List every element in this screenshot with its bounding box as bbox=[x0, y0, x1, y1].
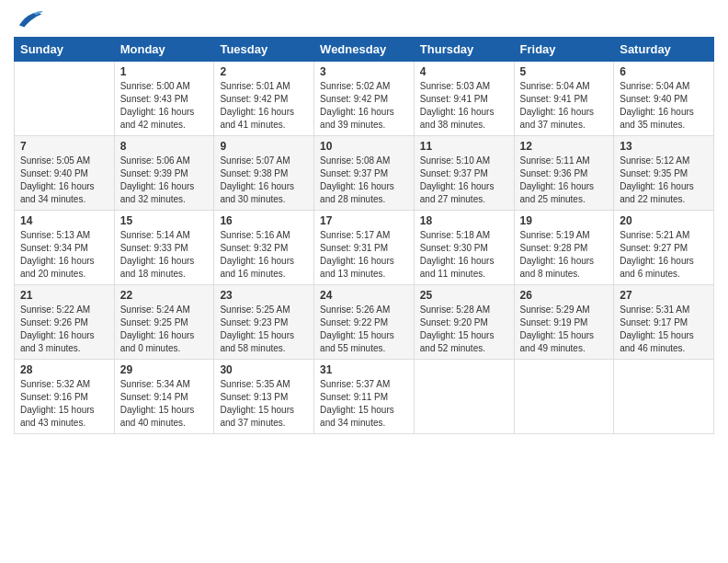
logo-bird-icon bbox=[17, 9, 43, 29]
day-number: 26 bbox=[520, 289, 609, 302]
day-info: Sunrise: 5:21 AM Sunset: 9:27 PM Dayligh… bbox=[620, 229, 708, 281]
day-number: 31 bbox=[320, 363, 408, 376]
calendar-cell: 25Sunrise: 5:28 AM Sunset: 9:20 PM Dayli… bbox=[414, 285, 514, 360]
day-info: Sunrise: 5:10 AM Sunset: 9:37 PM Dayligh… bbox=[420, 155, 508, 206]
week-row-1: 7Sunrise: 5:05 AM Sunset: 9:40 PM Daylig… bbox=[15, 136, 714, 211]
calendar-cell: 6Sunrise: 5:04 AM Sunset: 9:40 PM Daylig… bbox=[614, 62, 714, 136]
day-number: 23 bbox=[220, 289, 308, 302]
day-info: Sunrise: 5:14 AM Sunset: 9:33 PM Dayligh… bbox=[120, 229, 209, 281]
calendar-cell: 3Sunrise: 5:02 AM Sunset: 9:42 PM Daylig… bbox=[314, 62, 415, 136]
week-row-2: 14Sunrise: 5:13 AM Sunset: 9:34 PM Dayli… bbox=[15, 211, 714, 285]
day-number: 2 bbox=[220, 65, 308, 78]
weekday-header-monday: Monday bbox=[114, 38, 214, 62]
day-info: Sunrise: 5:08 AM Sunset: 9:37 PM Dayligh… bbox=[320, 155, 408, 206]
calendar-cell bbox=[15, 62, 115, 136]
day-number: 15 bbox=[120, 214, 209, 227]
calendar-cell: 18Sunrise: 5:18 AM Sunset: 9:30 PM Dayli… bbox=[414, 211, 514, 285]
day-number: 27 bbox=[620, 289, 708, 302]
day-info: Sunrise: 5:13 AM Sunset: 9:34 PM Dayligh… bbox=[20, 229, 108, 281]
day-info: Sunrise: 5:12 AM Sunset: 9:35 PM Dayligh… bbox=[620, 155, 708, 206]
day-info: Sunrise: 5:26 AM Sunset: 9:22 PM Dayligh… bbox=[320, 304, 408, 355]
calendar-cell: 17Sunrise: 5:17 AM Sunset: 9:31 PM Dayli… bbox=[314, 211, 415, 285]
week-row-4: 28Sunrise: 5:32 AM Sunset: 9:16 PM Dayli… bbox=[15, 360, 714, 434]
day-info: Sunrise: 5:00 AM Sunset: 9:43 PM Dayligh… bbox=[120, 80, 209, 132]
calendar-cell bbox=[614, 360, 714, 434]
weekday-header-sunday: Sunday bbox=[15, 38, 115, 62]
day-info: Sunrise: 5:35 AM Sunset: 9:13 PM Dayligh… bbox=[220, 378, 308, 430]
weekday-header-saturday: Saturday bbox=[614, 38, 714, 62]
day-number: 7 bbox=[20, 140, 108, 153]
logo bbox=[14, 9, 45, 29]
day-info: Sunrise: 5:34 AM Sunset: 9:14 PM Dayligh… bbox=[120, 378, 209, 430]
day-info: Sunrise: 5:25 AM Sunset: 9:23 PM Dayligh… bbox=[220, 304, 308, 355]
calendar-cell: 11Sunrise: 5:10 AM Sunset: 9:37 PM Dayli… bbox=[414, 136, 514, 211]
day-info: Sunrise: 5:05 AM Sunset: 9:40 PM Dayligh… bbox=[20, 155, 108, 206]
week-row-3: 21Sunrise: 5:22 AM Sunset: 9:26 PM Dayli… bbox=[15, 285, 714, 360]
weekday-header-wednesday: Wednesday bbox=[314, 38, 415, 62]
day-info: Sunrise: 5:16 AM Sunset: 9:32 PM Dayligh… bbox=[220, 229, 308, 281]
calendar-cell: 27Sunrise: 5:31 AM Sunset: 9:17 PM Dayli… bbox=[614, 285, 714, 360]
calendar-cell: 19Sunrise: 5:19 AM Sunset: 9:28 PM Dayli… bbox=[514, 211, 614, 285]
day-info: Sunrise: 5:29 AM Sunset: 9:19 PM Dayligh… bbox=[520, 304, 609, 355]
calendar-cell: 22Sunrise: 5:24 AM Sunset: 9:25 PM Dayli… bbox=[114, 285, 214, 360]
day-info: Sunrise: 5:04 AM Sunset: 9:41 PM Dayligh… bbox=[520, 80, 609, 132]
calendar-cell: 13Sunrise: 5:12 AM Sunset: 9:35 PM Dayli… bbox=[614, 136, 714, 211]
day-info: Sunrise: 5:17 AM Sunset: 9:31 PM Dayligh… bbox=[320, 229, 408, 281]
day-number: 22 bbox=[120, 289, 209, 302]
day-number: 12 bbox=[520, 140, 609, 153]
day-number: 20 bbox=[620, 214, 708, 227]
day-info: Sunrise: 5:24 AM Sunset: 9:25 PM Dayligh… bbox=[120, 304, 209, 355]
calendar-cell: 12Sunrise: 5:11 AM Sunset: 9:36 PM Dayli… bbox=[514, 136, 614, 211]
day-info: Sunrise: 5:18 AM Sunset: 9:30 PM Dayligh… bbox=[420, 229, 508, 281]
calendar-cell: 26Sunrise: 5:29 AM Sunset: 9:19 PM Dayli… bbox=[514, 285, 614, 360]
day-number: 21 bbox=[20, 289, 108, 302]
calendar-cell: 10Sunrise: 5:08 AM Sunset: 9:37 PM Dayli… bbox=[314, 136, 415, 211]
day-info: Sunrise: 5:31 AM Sunset: 9:17 PM Dayligh… bbox=[620, 304, 708, 355]
day-number: 18 bbox=[420, 214, 508, 227]
calendar-cell: 31Sunrise: 5:37 AM Sunset: 9:11 PM Dayli… bbox=[314, 360, 415, 434]
calendar-cell: 30Sunrise: 5:35 AM Sunset: 9:13 PM Dayli… bbox=[214, 360, 314, 434]
day-info: Sunrise: 5:04 AM Sunset: 9:40 PM Dayligh… bbox=[620, 80, 708, 132]
calendar-cell: 4Sunrise: 5:03 AM Sunset: 9:41 PM Daylig… bbox=[414, 62, 514, 136]
calendar-cell: 29Sunrise: 5:34 AM Sunset: 9:14 PM Dayli… bbox=[114, 360, 214, 434]
calendar-page: SundayMondayTuesdayWednesdayThursdayFrid… bbox=[0, 0, 728, 563]
day-number: 24 bbox=[320, 289, 408, 302]
day-number: 10 bbox=[320, 140, 408, 153]
day-number: 30 bbox=[220, 363, 308, 376]
calendar-cell: 20Sunrise: 5:21 AM Sunset: 9:27 PM Dayli… bbox=[614, 211, 714, 285]
day-number: 3 bbox=[320, 65, 408, 78]
day-number: 9 bbox=[220, 140, 308, 153]
weekday-header-thursday: Thursday bbox=[414, 38, 514, 62]
day-number: 6 bbox=[620, 65, 708, 78]
day-number: 29 bbox=[120, 363, 209, 376]
day-number: 8 bbox=[120, 140, 209, 153]
calendar-cell bbox=[514, 360, 614, 434]
day-info: Sunrise: 5:22 AM Sunset: 9:26 PM Dayligh… bbox=[20, 304, 108, 355]
day-number: 17 bbox=[320, 214, 408, 227]
day-number: 13 bbox=[620, 140, 708, 153]
day-number: 1 bbox=[120, 65, 209, 78]
day-info: Sunrise: 5:06 AM Sunset: 9:39 PM Dayligh… bbox=[120, 155, 209, 206]
day-number: 19 bbox=[520, 214, 609, 227]
calendar-cell bbox=[414, 360, 514, 434]
calendar-cell: 8Sunrise: 5:06 AM Sunset: 9:39 PM Daylig… bbox=[114, 136, 214, 211]
weekday-header-friday: Friday bbox=[514, 38, 614, 62]
day-info: Sunrise: 5:19 AM Sunset: 9:28 PM Dayligh… bbox=[520, 229, 609, 281]
day-number: 16 bbox=[220, 214, 308, 227]
calendar-cell: 1Sunrise: 5:00 AM Sunset: 9:43 PM Daylig… bbox=[114, 62, 214, 136]
calendar-cell: 15Sunrise: 5:14 AM Sunset: 9:33 PM Dayli… bbox=[114, 211, 214, 285]
calendar-cell: 9Sunrise: 5:07 AM Sunset: 9:38 PM Daylig… bbox=[214, 136, 314, 211]
calendar-cell: 2Sunrise: 5:01 AM Sunset: 9:42 PM Daylig… bbox=[214, 62, 314, 136]
day-number: 11 bbox=[420, 140, 508, 153]
day-number: 28 bbox=[20, 363, 108, 376]
calendar-cell: 14Sunrise: 5:13 AM Sunset: 9:34 PM Dayli… bbox=[15, 211, 115, 285]
header bbox=[14, 9, 714, 29]
day-number: 5 bbox=[520, 65, 609, 78]
day-info: Sunrise: 5:37 AM Sunset: 9:11 PM Dayligh… bbox=[320, 378, 408, 430]
calendar-cell: 16Sunrise: 5:16 AM Sunset: 9:32 PM Dayli… bbox=[214, 211, 314, 285]
day-number: 14 bbox=[20, 214, 108, 227]
weekday-header-tuesday: Tuesday bbox=[214, 38, 314, 62]
week-row-0: 1Sunrise: 5:00 AM Sunset: 9:43 PM Daylig… bbox=[15, 62, 714, 136]
day-info: Sunrise: 5:32 AM Sunset: 9:16 PM Dayligh… bbox=[20, 378, 108, 430]
calendar-cell: 5Sunrise: 5:04 AM Sunset: 9:41 PM Daylig… bbox=[514, 62, 614, 136]
